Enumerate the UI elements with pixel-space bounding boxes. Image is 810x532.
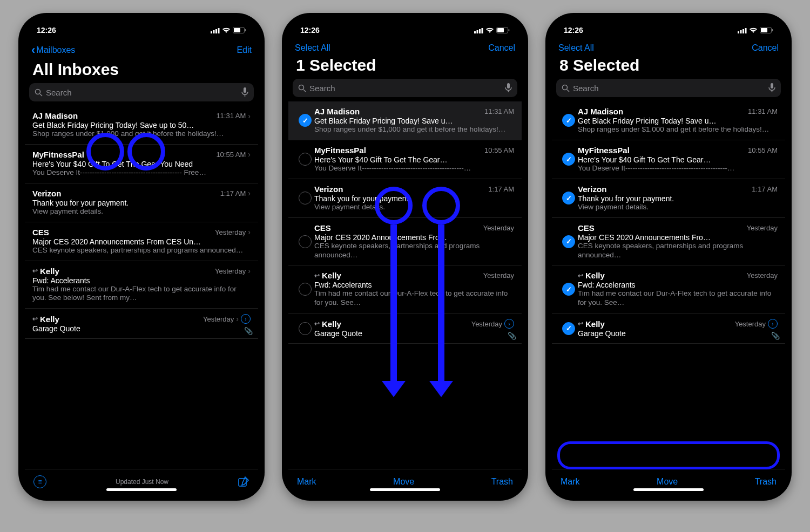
- search-placeholder: Search: [573, 84, 765, 93]
- email-subject: Major CES 2020 Announcements Fro…: [578, 233, 778, 242]
- email-subject: Fwd: Accelerants: [314, 281, 514, 289]
- email-time: Yesterday: [483, 224, 514, 232]
- select-circle[interactable]: [562, 153, 575, 166]
- chevron-left-icon: ‹: [31, 43, 35, 57]
- email-time: Yesterday: [483, 271, 514, 279]
- email-preview: View payment details.: [32, 207, 251, 216]
- email-subject: Here's Your $40 Gift To Get The Gear You…: [32, 160, 251, 168]
- email-row[interactable]: CES Yesterday Major CES 2020 Announcemen…: [552, 218, 785, 266]
- email-row[interactable]: ↩Kelly Yesterday› Garage Quote 📎: [552, 313, 785, 344]
- select-circle[interactable]: [299, 114, 312, 127]
- nav-right-button[interactable]: Cancel: [752, 43, 779, 53]
- home-indicator[interactable]: [633, 488, 704, 491]
- nav-bar: ‹Mailboxes Edit: [25, 41, 258, 58]
- email-subject: Thank you for your payment.: [32, 199, 251, 207]
- select-circle[interactable]: [299, 322, 312, 335]
- email-row[interactable]: ↩Kelly Yesterday Fwd: Accelerants Tim ha…: [288, 265, 522, 313]
- email-subject: Here's Your $40 Gift To Get The Gear…: [578, 155, 778, 164]
- select-circle[interactable]: [562, 322, 575, 335]
- wifi-icon: [749, 27, 758, 33]
- cellular-icon: [474, 28, 483, 33]
- phone-frame: 12:26 Select All Cancel 1 Selected Searc…: [282, 13, 528, 501]
- email-row[interactable]: Verizon 1:17 AM Thank you for your payme…: [288, 179, 522, 218]
- filter-icon[interactable]: ≡: [33, 475, 46, 488]
- email-row[interactable]: AJ Madison 11:31 AM Get Black Friday Pri…: [552, 101, 785, 140]
- trash-button[interactable]: Trash: [755, 477, 777, 487]
- search-input[interactable]: Search: [293, 79, 517, 97]
- search-input[interactable]: Search: [556, 79, 781, 97]
- email-row[interactable]: CES Yesterday Major CES 2020 Announcemen…: [288, 218, 522, 266]
- email-row[interactable]: Verizon 1:17 AM› Thank you for your paym…: [25, 183, 258, 222]
- email-row[interactable]: CES Yesterday› Major CES 2020 Announceme…: [25, 222, 258, 261]
- battery-icon: [496, 27, 510, 33]
- nav-right-button[interactable]: Edit: [237, 45, 252, 55]
- email-row[interactable]: AJ Madison 11:31 AM› Get Black Friday Pr…: [25, 106, 258, 145]
- notch: [620, 19, 717, 33]
- select-circle[interactable]: [299, 153, 312, 166]
- email-time: Yesterday: [203, 315, 234, 323]
- page-title: 1 Selected: [288, 54, 522, 79]
- email-row[interactable]: Verizon 1:17 AM Thank you for your payme…: [552, 179, 785, 218]
- email-list[interactable]: AJ Madison 11:31 AM Get Black Friday Pri…: [288, 101, 522, 469]
- compose-button[interactable]: [238, 476, 249, 488]
- email-row[interactable]: MyFitnessPal 10:55 AM Here's Your $40 Gi…: [288, 140, 522, 179]
- nav-right-button[interactable]: Cancel: [488, 43, 515, 53]
- mic-icon[interactable]: [241, 87, 248, 97]
- search-input[interactable]: Search: [29, 83, 254, 101]
- email-sender: CES: [314, 223, 331, 233]
- nav-back-button[interactable]: Select All: [295, 43, 330, 53]
- email-sender: Kelly: [40, 315, 59, 324]
- reply-icon: ↩: [32, 315, 38, 323]
- email-subject: Get Black Friday Pricing Today! Save u…: [314, 117, 514, 125]
- home-indicator[interactable]: [106, 488, 177, 491]
- email-subject: Major CES 2020 Announcements From CES Un…: [32, 237, 251, 246]
- email-time: 10:55 AM: [484, 146, 514, 154]
- mic-icon[interactable]: [505, 83, 512, 93]
- nav-bar: Select All Cancel: [288, 41, 522, 54]
- move-button[interactable]: Move: [393, 477, 414, 487]
- select-circle[interactable]: [299, 192, 312, 204]
- email-preview: You Deserve It--------------------------…: [32, 168, 251, 178]
- select-circle[interactable]: [562, 192, 575, 204]
- svg-rect-14: [479, 29, 481, 33]
- select-circle[interactable]: [562, 114, 575, 127]
- mic-icon[interactable]: [768, 83, 775, 93]
- email-sender: MyFitnessPal: [578, 146, 630, 155]
- email-row[interactable]: ↩Kelly Yesterday Fwd: Accelerants Tim ha…: [552, 265, 785, 313]
- select-circle[interactable]: [299, 283, 312, 296]
- battery-icon: [760, 27, 773, 33]
- search-icon: [298, 84, 306, 92]
- email-row[interactable]: ↩Kelly Yesterday›› Garage Quote 📎: [25, 309, 258, 339]
- select-circle[interactable]: [562, 235, 575, 248]
- email-sender: Kelly: [322, 319, 341, 329]
- svg-line-20: [303, 90, 306, 92]
- email-time: 1:17 AM: [220, 189, 246, 197]
- mark-button[interactable]: Mark: [561, 477, 580, 487]
- nav-back-button[interactable]: ‹Mailboxes: [31, 43, 75, 57]
- select-circle[interactable]: [562, 283, 575, 296]
- email-time: Yesterday: [747, 271, 778, 279]
- home-indicator[interactable]: [370, 488, 440, 491]
- email-row[interactable]: MyFitnessPal 10:55 AM› Here's Your $40 G…: [25, 145, 258, 183]
- email-row[interactable]: MyFitnessPal 10:55 AM Here's Your $40 Gi…: [552, 140, 785, 179]
- email-row[interactable]: ↩Kelly Yesterday› Fwd: Accelerants Tim h…: [25, 261, 258, 309]
- email-list[interactable]: AJ Madison 11:31 AM› Get Black Friday Pr…: [25, 106, 258, 469]
- move-button[interactable]: Move: [657, 477, 678, 487]
- email-row[interactable]: AJ Madison 11:31 AM Get Black Friday Pri…: [288, 101, 522, 140]
- email-sender: Verizon: [578, 185, 606, 194]
- chevron-right-icon: ›: [248, 189, 251, 197]
- reply-icon: ↩: [314, 320, 320, 328]
- email-preview: You Deserve It--------------------------…: [578, 164, 778, 173]
- notch: [93, 19, 190, 33]
- nav-back-button[interactable]: Select All: [558, 43, 594, 53]
- email-row[interactable]: ↩Kelly Yesterday› Garage Quote 📎: [288, 313, 522, 344]
- email-list[interactable]: AJ Madison 11:31 AM Get Black Friday Pri…: [552, 101, 785, 469]
- trash-button[interactable]: Trash: [491, 477, 513, 487]
- email-time: Yesterday: [471, 320, 502, 328]
- chevron-right-icon: ›: [248, 112, 251, 120]
- select-circle[interactable]: [299, 235, 312, 248]
- svg-rect-5: [234, 28, 240, 32]
- email-subject: Garage Quote: [314, 329, 514, 338]
- phone-frame: 12:26 Select All Cancel 8 Selected Searc…: [545, 13, 792, 501]
- mark-button[interactable]: Mark: [297, 477, 316, 487]
